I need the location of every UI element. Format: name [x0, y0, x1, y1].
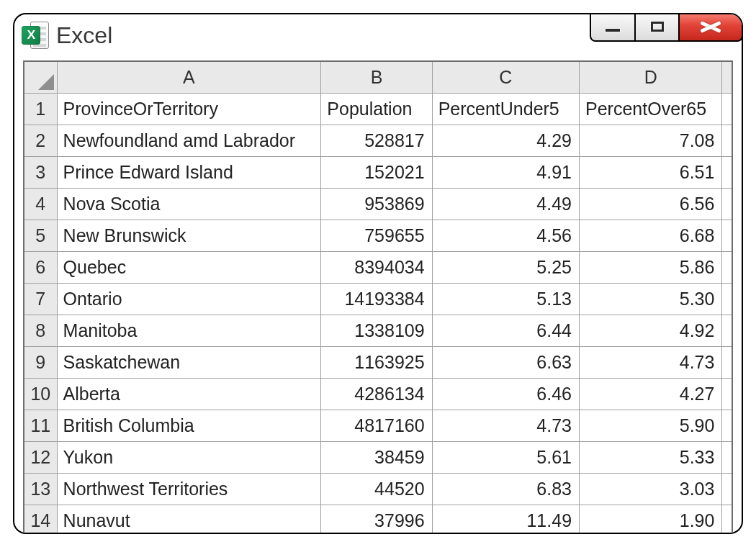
cell[interactable]: 4.29 — [432, 125, 579, 156]
cell[interactable]: Yukon — [57, 441, 321, 473]
row-header[interactable]: 1 — [24, 93, 57, 125]
row-header[interactable]: 6 — [24, 251, 57, 283]
cell[interactable]: 6.44 — [432, 315, 579, 346]
sheet-table: A B C D 1 ProvinceOrTerritory Population… — [23, 60, 733, 533]
table-row: 7 Ontario 14193384 5.13 5.30 — [24, 283, 732, 315]
table-row: 6 Quebec 8394034 5.25 5.86 — [24, 251, 732, 283]
cell[interactable]: 4817160 — [321, 410, 432, 441]
column-header-C[interactable]: C — [432, 61, 579, 93]
cell-pad — [722, 188, 732, 220]
cell[interactable]: 5.90 — [580, 410, 722, 441]
select-all-corner[interactable] — [24, 61, 57, 93]
cell[interactable]: 528817 — [321, 125, 432, 156]
row-header[interactable]: 2 — [24, 125, 57, 156]
cell[interactable]: Saskatchewan — [57, 346, 321, 378]
row-header[interactable]: 10 — [24, 378, 57, 410]
row-header[interactable]: 9 — [24, 346, 57, 378]
cell[interactable]: 759655 — [321, 220, 432, 251]
cell[interactable]: Nova Scotia — [57, 188, 321, 220]
table-row: 13 Northwest Territories 44520 6.83 3.03 — [24, 473, 732, 505]
cell[interactable]: 5.61 — [432, 441, 579, 473]
column-header-D[interactable]: D — [580, 61, 722, 93]
spreadsheet-grid[interactable]: A B C D 1 ProvinceOrTerritory Population… — [23, 60, 733, 533]
cell[interactable]: 4.92 — [580, 315, 722, 346]
cell-pad — [722, 346, 732, 378]
cell-D1[interactable]: PercentOver65 — [580, 93, 722, 125]
cell-pad — [722, 125, 732, 156]
cell[interactable]: 8394034 — [321, 251, 432, 283]
cell[interactable]: 6.46 — [432, 378, 579, 410]
cell[interactable]: Manitoba — [57, 315, 321, 346]
cell-pad — [722, 156, 732, 188]
cell[interactable]: 37996 — [321, 505, 432, 533]
row-header[interactable]: 14 — [24, 505, 57, 533]
table-row: 2 Newfoundland amd Labrador 528817 4.29 … — [24, 125, 732, 156]
app-window: X Excel A B — [13, 13, 743, 534]
table-row: 11 British Columbia 4817160 4.73 5.90 — [24, 410, 732, 441]
row-header[interactable]: 4 — [24, 188, 57, 220]
row-header[interactable]: 7 — [24, 283, 57, 315]
cell[interactable]: 11.49 — [432, 505, 579, 533]
cell[interactable]: Newfoundland amd Labrador — [57, 125, 321, 156]
cell[interactable]: Prince Edward Island — [57, 156, 321, 188]
cell[interactable]: 4.27 — [580, 378, 722, 410]
cell[interactable]: 4.56 — [432, 220, 579, 251]
row-header[interactable]: 11 — [24, 410, 57, 441]
row-header[interactable]: 12 — [24, 441, 57, 473]
cell[interactable]: 5.25 — [432, 251, 579, 283]
cell[interactable]: 6.83 — [432, 473, 579, 505]
column-header-B[interactable]: B — [321, 61, 432, 93]
cell[interactable]: 4.49 — [432, 188, 579, 220]
cell[interactable]: Alberta — [57, 378, 321, 410]
cell[interactable]: 4286134 — [321, 378, 432, 410]
minimize-button[interactable] — [590, 13, 636, 42]
cell[interactable]: 1163925 — [321, 346, 432, 378]
maximize-button[interactable] — [634, 13, 680, 42]
cell[interactable]: 5.30 — [580, 283, 722, 315]
table-row: 10 Alberta 4286134 6.46 4.27 — [24, 378, 732, 410]
row-header[interactable]: 13 — [24, 473, 57, 505]
row-header[interactable]: 3 — [24, 156, 57, 188]
cell[interactable]: 4.73 — [580, 346, 722, 378]
cell[interactable]: 44520 — [321, 473, 432, 505]
cell[interactable]: 953869 — [321, 188, 432, 220]
cell-pad — [722, 410, 732, 441]
cell[interactable]: British Columbia — [57, 410, 321, 441]
maximize-icon — [651, 22, 664, 32]
cell[interactable]: 3.03 — [580, 473, 722, 505]
cell[interactable]: 38459 — [321, 441, 432, 473]
table-row: 12 Yukon 38459 5.61 5.33 — [24, 441, 732, 473]
cell-A1[interactable]: ProvinceOrTerritory — [57, 93, 321, 125]
cell[interactable]: Quebec — [57, 251, 321, 283]
cell[interactable]: 5.13 — [432, 283, 579, 315]
cell[interactable]: 5.33 — [580, 441, 722, 473]
cell[interactable]: 152021 — [321, 156, 432, 188]
title-left: X Excel — [22, 14, 112, 49]
cell[interactable]: 14193384 — [321, 283, 432, 315]
cell[interactable]: Northwest Territories — [57, 473, 321, 505]
cell[interactable]: 1338109 — [321, 315, 432, 346]
cell-pad — [722, 473, 732, 505]
cell[interactable]: Nunavut — [57, 505, 321, 533]
close-button[interactable] — [678, 13, 743, 42]
cell[interactable]: 6.63 — [432, 346, 579, 378]
cell[interactable]: Ontario — [57, 283, 321, 315]
cell[interactable]: 6.56 — [580, 188, 722, 220]
app-title: Excel — [56, 22, 112, 49]
cell[interactable]: 4.73 — [432, 410, 579, 441]
cell[interactable]: 6.68 — [580, 220, 722, 251]
cell[interactable]: New Brunswick — [57, 220, 321, 251]
cell-pad — [722, 378, 732, 410]
row-header[interactable]: 5 — [24, 220, 57, 251]
column-header-row: A B C D — [24, 61, 732, 93]
cell[interactable]: 6.51 — [580, 156, 722, 188]
cell-C1[interactable]: PercentUnder5 — [432, 93, 579, 125]
row-header[interactable]: 8 — [24, 315, 57, 346]
table-row: 4 Nova Scotia 953869 4.49 6.56 — [24, 188, 732, 220]
cell[interactable]: 5.86 — [580, 251, 722, 283]
column-header-A[interactable]: A — [57, 61, 321, 93]
cell[interactable]: 7.08 — [580, 125, 722, 156]
cell-B1[interactable]: Population — [321, 93, 432, 125]
cell[interactable]: 1.90 — [580, 505, 722, 533]
cell[interactable]: 4.91 — [432, 156, 579, 188]
